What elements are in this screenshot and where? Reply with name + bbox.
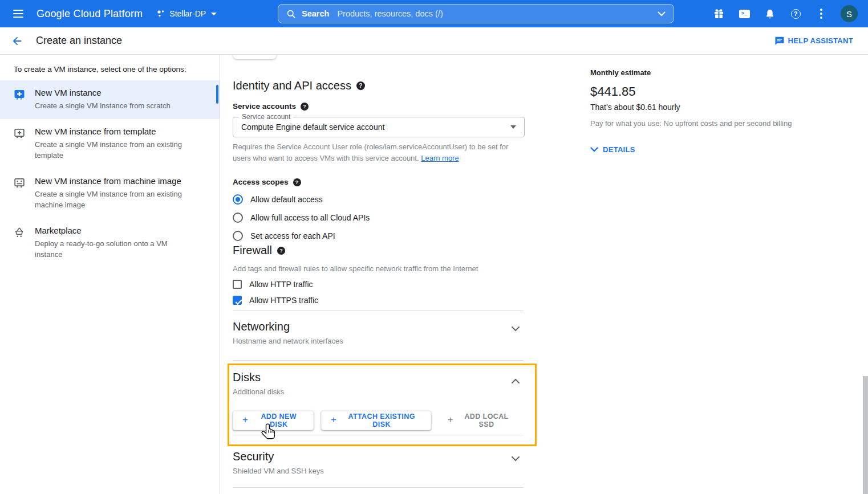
search-expand-chevron-icon[interactable]: [658, 11, 666, 17]
service-account-select[interactable]: Service account Compute Engine default s…: [233, 117, 525, 137]
estimate-note: Pay for what you use: No upfront costs a…: [590, 119, 835, 128]
sidebar-item-description: Create a single VM instance from an exis…: [35, 139, 189, 161]
firewall-heading: Firewall: [233, 244, 272, 257]
service-account-field-label: Service account: [239, 113, 293, 121]
add-local-ssd-button[interactable]: + ADD LOCAL SSD: [439, 411, 524, 430]
monthly-estimate-panel: Monthly estimate $441.85 That's about $0…: [590, 68, 835, 154]
help-assistant-label: HELP ASSISTANT: [788, 36, 853, 45]
account-avatar[interactable]: S: [841, 5, 858, 22]
project-selector[interactable]: Stellar-DP: [156, 9, 217, 18]
access-scopes-help-icon[interactable]: ?: [293, 178, 301, 186]
radio-set-access-each-api[interactable]: Set access for each API: [233, 231, 525, 241]
sidebar-intro-text: To create a VM instance, select one of t…: [0, 55, 220, 80]
firewall-helper-text: Add tags and firewall rules to allow spe…: [233, 264, 525, 273]
sidebar-item-description: Create a single VM instance from an exis…: [35, 189, 189, 211]
chevron-down-icon[interactable]: [511, 326, 520, 332]
estimate-hourly: That's about $0.61 hourly: [590, 103, 835, 112]
menu-icon[interactable]: [5, 0, 32, 27]
identity-api-access-section: Identity and API access ? Service accoun…: [233, 79, 525, 241]
networking-section-header[interactable]: Networking Hostname and network interfac…: [233, 320, 524, 345]
disks-heading: Disks: [233, 371, 524, 384]
service-accounts-label: Service accounts: [233, 102, 296, 111]
back-button[interactable]: [6, 30, 29, 52]
chevron-up-icon[interactable]: [511, 378, 520, 384]
more-vert-icon[interactable]: [815, 7, 828, 20]
project-icon: [156, 9, 165, 18]
identity-heading: Identity and API access: [233, 79, 351, 92]
sidebar-item-description: Create a single VM instance from scratch: [35, 100, 171, 112]
disks-section-header[interactable]: Disks Additional disks + ADD NEW DISK + …: [233, 371, 524, 430]
disks-subtitle: Additional disks: [233, 387, 524, 396]
networking-subtitle: Hostname and network interfaces: [233, 337, 524, 345]
product-logo[interactable]: Google Cloud Platform: [36, 8, 143, 20]
networking-heading: Networking: [233, 320, 524, 333]
sidebar-item-label: Marketplace: [35, 226, 189, 235]
chat-assistant-icon: [774, 36, 784, 45]
gift-icon[interactable]: [712, 7, 725, 20]
search-icon: [286, 9, 296, 19]
cloud-shell-icon[interactable]: >_: [738, 7, 751, 20]
page-title: Create an instance: [36, 35, 122, 47]
sidebar-item-new-vm-from-machine-image[interactable]: New VM instance from machine image Creat…: [0, 169, 220, 218]
vm-instance-icon: [14, 89, 25, 100]
add-new-disk-button[interactable]: + ADD NEW DISK: [233, 411, 314, 430]
select-caret-icon: [510, 125, 516, 129]
radio-icon: [233, 231, 243, 241]
sidebar-item-new-vm-from-template[interactable]: New VM instance from template Create a s…: [0, 119, 220, 169]
scrolled-button-fragment: [233, 54, 277, 59]
radio-icon: [233, 194, 243, 205]
vm-template-icon: [14, 128, 25, 139]
sidebar-item-label: New VM instance from machine image: [35, 176, 189, 186]
estimate-label: Monthly estimate: [590, 68, 835, 77]
firewall-help-icon[interactable]: ?: [277, 247, 285, 255]
sidebar-item-new-vm-instance[interactable]: New VM instance Create a single VM insta…: [0, 80, 220, 119]
identity-help-icon[interactable]: ?: [356, 81, 365, 90]
service-accounts-help-icon[interactable]: ?: [301, 103, 309, 111]
plus-icon: +: [331, 414, 336, 426]
help-icon[interactable]: ?: [789, 7, 802, 20]
estimate-amount: $441.85: [590, 84, 835, 99]
top-nav: Google Cloud Platform Stellar-DP Search …: [0, 0, 868, 27]
notifications-icon[interactable]: [764, 7, 776, 20]
back-arrow-icon: [11, 35, 23, 47]
firewall-section: Firewall ? Add tags and firewall rules t…: [233, 244, 525, 305]
search-placeholder: Products, resources, docs (/): [337, 9, 443, 18]
sidebar-item-label: New VM instance: [35, 88, 171, 97]
radio-allow-full-access[interactable]: Allow full access to all Cloud APIs: [233, 213, 525, 223]
attach-existing-disk-button[interactable]: + ATTACH EXISTING DISK: [321, 411, 431, 430]
security-section-header[interactable]: Security Shielded VM and SSH keys: [233, 450, 524, 475]
checkbox-icon: [233, 280, 242, 289]
section-divider: [233, 487, 524, 488]
learn-more-link[interactable]: Learn more: [421, 154, 459, 162]
search-label: Search: [302, 9, 329, 18]
selected-indicator: [216, 85, 218, 104]
plus-icon: +: [448, 414, 453, 426]
security-heading: Security: [233, 450, 524, 463]
page-header: Create an instance HELP ASSISTANT: [0, 27, 868, 55]
help-assistant-button[interactable]: HELP ASSISTANT: [774, 36, 853, 45]
details-toggle[interactable]: DETAILS: [590, 145, 835, 154]
radio-icon: [233, 213, 243, 223]
details-label: DETAILS: [603, 145, 635, 154]
sidebar-item-marketplace[interactable]: Marketplace Deploy a ready-to-go solutio…: [0, 218, 220, 268]
project-caret-icon: [211, 13, 217, 15]
search-input[interactable]: Search Products, resources, docs (/): [278, 4, 674, 23]
radio-allow-default-access[interactable]: Allow default access: [233, 194, 525, 205]
section-divider: [233, 311, 524, 311]
project-name: Stellar-DP: [169, 9, 206, 18]
sidebar-item-description: Deploy a ready-to-go solution onto a VM …: [35, 238, 189, 260]
vertical-scrollbar[interactable]: [863, 376, 868, 494]
machine-image-icon: [14, 177, 25, 189]
access-scopes-group: Access scopes ? Allow default access All…: [233, 178, 525, 241]
service-account-helper-text: Requires the Service Account User role (…: [233, 141, 521, 164]
disks-buttons-row: + ADD NEW DISK + ATTACH EXISTING DISK + …: [233, 411, 524, 430]
checkbox-allow-http[interactable]: Allow HTTP traffic: [233, 280, 525, 289]
security-subtitle: Shielded VM and SSH keys: [233, 467, 524, 475]
chevron-down-icon[interactable]: [511, 456, 520, 462]
section-divider: [233, 360, 524, 361]
sidebar-item-label: New VM instance from template: [35, 126, 189, 136]
create-options-sidebar: To create a VM instance, select one of t…: [0, 55, 220, 494]
access-scopes-label: Access scopes: [233, 178, 289, 186]
checkbox-allow-https[interactable]: Allow HTTPS traffic: [233, 296, 525, 305]
chevron-down-icon: [590, 147, 598, 152]
